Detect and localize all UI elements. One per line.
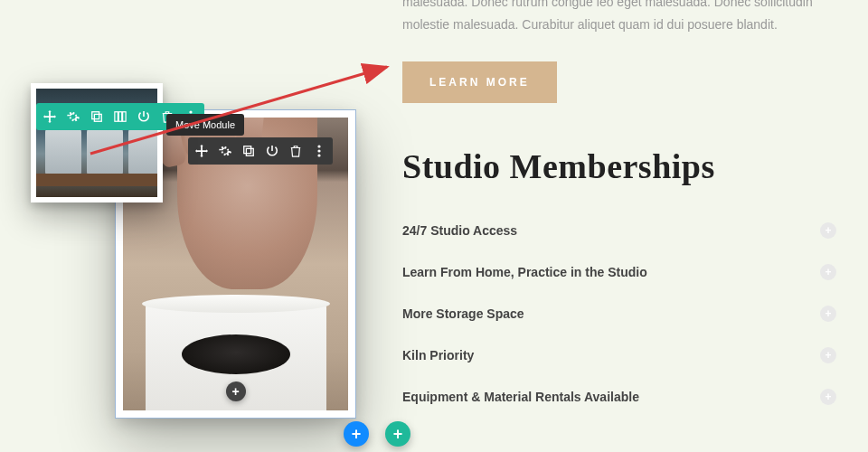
duplicate-icon[interactable] bbox=[239, 141, 259, 161]
content-column: malesuada. Donec rutrum congue leo eget … bbox=[402, 0, 836, 418]
move-icon[interactable] bbox=[40, 107, 60, 127]
accordion-item[interactable]: 24/7 Studio Access + bbox=[402, 210, 836, 251]
svg-rect-7 bbox=[115, 112, 118, 122]
svg-rect-9 bbox=[123, 112, 127, 122]
duplicate-icon[interactable] bbox=[87, 107, 107, 127]
columns-icon[interactable] bbox=[110, 107, 130, 127]
image-module-thumb[interactable] bbox=[31, 83, 163, 202]
accordion-label: Equipment & Material Rentals Available bbox=[402, 390, 639, 404]
expand-icon: + bbox=[820, 306, 836, 322]
move-module-tooltip: Move Module bbox=[166, 114, 244, 136]
svg-point-3 bbox=[317, 149, 320, 152]
add-inside-button[interactable]: + bbox=[226, 381, 246, 401]
add-section-button[interactable]: + bbox=[344, 421, 369, 447]
accordion-label: More Storage Space bbox=[402, 306, 524, 321]
svg-rect-5 bbox=[92, 112, 99, 119]
more-icon[interactable] bbox=[309, 141, 329, 161]
accordion-label: 24/7 Studio Access bbox=[402, 223, 517, 238]
accordion-label: Kiln Priority bbox=[402, 348, 474, 363]
learn-more-button[interactable]: LEARN MORE bbox=[402, 61, 557, 103]
accordion-item[interactable]: More Storage Space + bbox=[402, 293, 836, 334]
svg-point-4 bbox=[317, 154, 320, 156]
accordion-item[interactable]: Kiln Priority + bbox=[402, 334, 836, 376]
accordion-label: Learn From Home, Practice in the Studio bbox=[402, 265, 647, 279]
add-row-button[interactable]: + bbox=[385, 421, 410, 447]
power-icon[interactable] bbox=[134, 107, 154, 127]
gear-icon[interactable] bbox=[215, 141, 235, 161]
power-icon[interactable] bbox=[262, 141, 282, 161]
module-toolbar-dark bbox=[188, 137, 333, 165]
expand-icon: + bbox=[820, 389, 836, 405]
accordion-item[interactable]: Equipment & Material Rentals Available + bbox=[402, 376, 836, 418]
svg-rect-0 bbox=[244, 146, 251, 154]
expand-icon: + bbox=[820, 347, 836, 363]
trash-icon[interactable] bbox=[286, 141, 306, 161]
svg-rect-1 bbox=[246, 148, 253, 155]
gear-icon[interactable] bbox=[63, 107, 83, 127]
expand-icon: + bbox=[820, 222, 836, 239]
memberships-heading: Studio Memberships bbox=[402, 146, 836, 186]
svg-rect-6 bbox=[94, 114, 101, 121]
intro-paragraph: malesuada. Donec rutrum congue leo eget … bbox=[402, 0, 836, 36]
svg-point-2 bbox=[317, 145, 320, 147]
accordion-item[interactable]: Learn From Home, Practice in the Studio … bbox=[402, 251, 836, 293]
expand-icon: + bbox=[820, 264, 836, 280]
move-icon[interactable] bbox=[192, 141, 212, 161]
add-buttons-row: + + bbox=[344, 421, 410, 447]
svg-rect-8 bbox=[118, 112, 122, 122]
